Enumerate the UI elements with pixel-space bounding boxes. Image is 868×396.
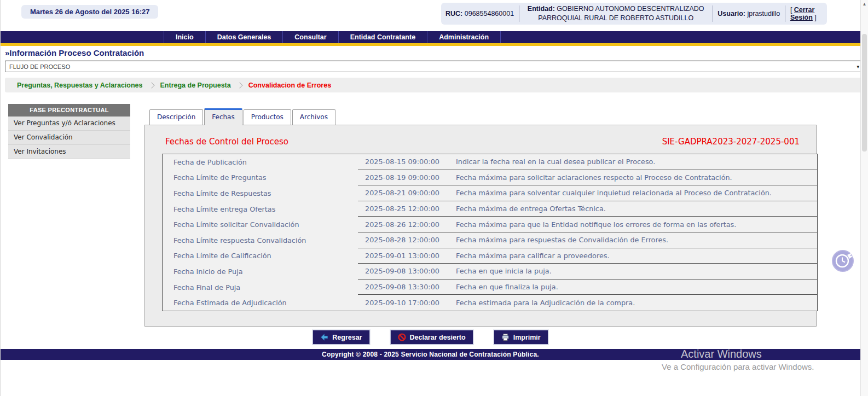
fecha-datetime: 2025-09-01 13:00:00 bbox=[358, 248, 449, 264]
imprimir-button[interactable]: Imprimir bbox=[494, 330, 548, 345]
sidebar-items: Ver Preguntas y/ó AclaracionesVer Conval… bbox=[8, 117, 130, 159]
tab-archivos[interactable]: Archivos bbox=[292, 109, 335, 125]
windows-activation-watermark-title: Activar Windows bbox=[681, 348, 762, 360]
nav-item-datos-generales[interactable]: Datos Generales bbox=[205, 31, 283, 43]
arrow-left-icon bbox=[320, 333, 328, 341]
table-row: Fecha de Publicación2025-08-15 09:00:00I… bbox=[163, 154, 817, 170]
scroll-up-icon[interactable]: ▲ bbox=[861, 2, 868, 7]
button-label: Regresar bbox=[332, 334, 362, 341]
fecha-description: Fecha máxima para respuestas de Convalid… bbox=[449, 232, 817, 248]
scrollbar[interactable]: ▲ bbox=[860, 0, 868, 396]
fecha-datetime: 2025-08-19 09:00:00 bbox=[358, 170, 449, 186]
tab-bar: DescripciónFechasProductosArchivos bbox=[149, 108, 337, 125]
panel-title-row: Fechas de Control del Proceso SIE-GADPRA… bbox=[165, 137, 800, 147]
table-row: Fecha Estimada de Adjudicación2025-09-10… bbox=[163, 295, 817, 311]
fecha-datetime: 2025-08-28 12:00:00 bbox=[358, 232, 449, 248]
fecha-description: Fecha máxima para que la Entidad notifiq… bbox=[449, 217, 817, 232]
nav-item-inicio[interactable]: Inicio bbox=[164, 31, 205, 43]
button-label: Declarar desierto bbox=[410, 334, 466, 341]
ruc-label: RUC: bbox=[445, 10, 462, 18]
table-row: Fecha Límite entrega Ofertas2025-08-25 1… bbox=[163, 201, 817, 217]
button-label: Imprimir bbox=[513, 334, 541, 341]
fecha-description: Fecha en que finaliza la puja. bbox=[449, 279, 817, 295]
declarar-desierto-button[interactable]: Declarar desierto bbox=[390, 330, 473, 345]
divider bbox=[519, 5, 519, 22]
sidebar-item-ver-convalidacion[interactable]: Ver Convalidación bbox=[8, 131, 130, 145]
fecha-datetime: 2025-09-10 17:00:00 bbox=[358, 295, 449, 311]
tab-descripcion[interactable]: Descripción bbox=[149, 109, 203, 125]
logout-link[interactable]: Cerrar Sesión bbox=[790, 6, 814, 21]
nav-item-entidad-contratante[interactable]: Entidad Contratante bbox=[338, 31, 427, 43]
clock-widget-icon[interactable] bbox=[831, 248, 855, 272]
sidebar-item-ver-invitaciones[interactable]: Ver Invitaciones bbox=[8, 145, 130, 159]
divider bbox=[713, 5, 713, 22]
fecha-label: Fecha Límite entrega Ofertas bbox=[163, 201, 358, 217]
breadcrumb-step-preguntas-respuestas-y-aclaraciones[interactable]: Preguntas, Respuestas y Aclaraciones bbox=[17, 81, 143, 89]
copyright-text: Copyright © 2008 - 2025 Servicio Naciona… bbox=[322, 351, 539, 358]
process-code: SIE-GADPRA2023-2027-2025-001 bbox=[662, 137, 800, 147]
breadcrumb-chevron-icon bbox=[148, 82, 154, 88]
fecha-label: Fecha Estimada de Adjudicación bbox=[163, 295, 358, 311]
table-row: Fecha Límite de Preguntas2025-08-19 09:0… bbox=[163, 170, 817, 186]
table-row: Fecha Final de Puja2025-09-08 13:30:00Fe… bbox=[163, 279, 817, 295]
breadcrumb-chevron-icon bbox=[236, 82, 242, 88]
entidad-label: Entidad: bbox=[528, 5, 555, 13]
table-row: Fecha Inicio de Puja2025-09-08 13:00:00F… bbox=[163, 264, 817, 279]
fecha-description: Fecha máxima de entrega Ofertas Técnica. bbox=[449, 201, 817, 217]
fecha-datetime: 2025-09-08 13:30:00 bbox=[358, 279, 449, 295]
sidebar-header: FASE PRECONTRACTUAL bbox=[8, 104, 130, 117]
breadcrumb-step-entrega-de-propuesta[interactable]: Entrega de Propuesta bbox=[160, 81, 231, 89]
tab-productos[interactable]: Productos bbox=[244, 109, 291, 125]
fecha-description: Indicar la fecha real en la cual desea p… bbox=[449, 154, 817, 170]
fecha-description: Fecha máxima para solventar cualquier in… bbox=[449, 185, 817, 201]
fecha-datetime: 2025-08-21 09:00:00 bbox=[358, 185, 449, 201]
fecha-datetime: 2025-08-15 09:00:00 bbox=[358, 154, 449, 170]
fecha-description: Fecha máxima para calificar a proveedore… bbox=[449, 248, 817, 264]
table-row: Fecha Límite respuesta Convalidación2025… bbox=[163, 232, 817, 248]
process-flow-breadcrumb: Preguntas, Respuestas y AclaracionesEntr… bbox=[5, 78, 863, 92]
main-nav: InicioDatos GeneralesConsultarEntidad Co… bbox=[1, 31, 860, 43]
table-row: Fecha Límite de Calificación2025-09-01 1… bbox=[163, 248, 817, 264]
windows-activation-watermark-subtitle: Ve a Configuración para activar Windows. bbox=[662, 362, 814, 371]
datetime-badge: Martes 26 de Agosto del 2025 16:27 bbox=[21, 5, 158, 19]
table-row: Fecha Límite solicitar Convalidación2025… bbox=[163, 217, 817, 232]
entidad-value: Entidad: GOBIERNO AUTONOMO DESCENTRALIZA… bbox=[524, 4, 708, 23]
fecha-label: Fecha Límite de Preguntas bbox=[163, 170, 358, 186]
fecha-label: Fecha de Publicación bbox=[163, 154, 358, 170]
table-row: Fecha Límite de Respuestas2025-08-21 09:… bbox=[163, 185, 817, 201]
tab-panel-fechas: Fechas de Control del Proceso SIE-GADPRA… bbox=[144, 125, 817, 327]
logout-wrapper: [ Cerrar Sesión ] bbox=[790, 6, 823, 21]
nav-item-consultar[interactable]: Consultar bbox=[282, 31, 338, 43]
fecha-datetime: 2025-09-08 13:00:00 bbox=[358, 264, 449, 279]
page-title: »Información Proceso Contratación bbox=[5, 48, 863, 61]
tab-fechas[interactable]: Fechas bbox=[204, 108, 242, 125]
nav-menu: InicioDatos GeneralesConsultarEntidad Co… bbox=[164, 31, 501, 43]
flujo-select-value: FLUJO DE PROCESO bbox=[9, 63, 70, 70]
fecha-label: Fecha Límite respuesta Convalidación bbox=[163, 232, 358, 248]
fecha-description: Fecha estimada para la Adjudicación de l… bbox=[449, 295, 817, 311]
fecha-label: Fecha Final de Puja bbox=[163, 279, 358, 295]
app-window: Martes 26 de Agosto del 2025 16:27 RUC: … bbox=[0, 0, 868, 396]
sidebar: FASE PRECONTRACTUAL Ver Preguntas y/ó Ac… bbox=[8, 104, 130, 159]
fechas-section-title: Fechas de Control del Proceso bbox=[165, 137, 288, 147]
fecha-datetime: 2025-08-25 12:00:00 bbox=[358, 201, 449, 217]
sidebar-item-ver-preguntas-y-o-aclaraciones[interactable]: Ver Preguntas y/ó Aclaraciones bbox=[8, 117, 130, 131]
fecha-label: Fecha Límite solicitar Convalidación bbox=[163, 217, 358, 232]
fecha-description: Fecha máxima para solicitar aclaraciones… bbox=[449, 170, 817, 186]
fechas-table: Fecha de Publicación2025-08-15 09:00:00I… bbox=[162, 154, 818, 311]
breadcrumb-step-convalidacion-de-errores[interactable]: Convalidacion de Errores bbox=[248, 81, 331, 89]
nav-item-administracion[interactable]: Administración bbox=[427, 31, 501, 43]
regresar-button[interactable]: Regresar bbox=[313, 330, 369, 345]
usuario-value: Usuario: jprastudillo bbox=[717, 10, 780, 18]
flujo-proceso-select[interactable]: FLUJO DE PROCESO ▾ bbox=[5, 61, 863, 72]
chevron-down-icon: ▾ bbox=[857, 64, 859, 69]
fecha-label: Fecha Límite de Respuestas bbox=[163, 185, 358, 201]
fecha-label: Fecha Inicio de Puja bbox=[163, 264, 358, 279]
printer-icon bbox=[501, 333, 510, 341]
usuario-label: Usuario: bbox=[717, 10, 745, 18]
scrollbar-thumb[interactable] bbox=[862, 34, 867, 152]
fecha-datetime: 2025-08-26 12:00:00 bbox=[358, 217, 449, 232]
divider bbox=[785, 5, 785, 22]
action-buttons: RegresarDeclarar desiertoImprimir bbox=[1, 330, 860, 345]
ruc-value: RUC: 0968554860001 bbox=[445, 10, 514, 18]
